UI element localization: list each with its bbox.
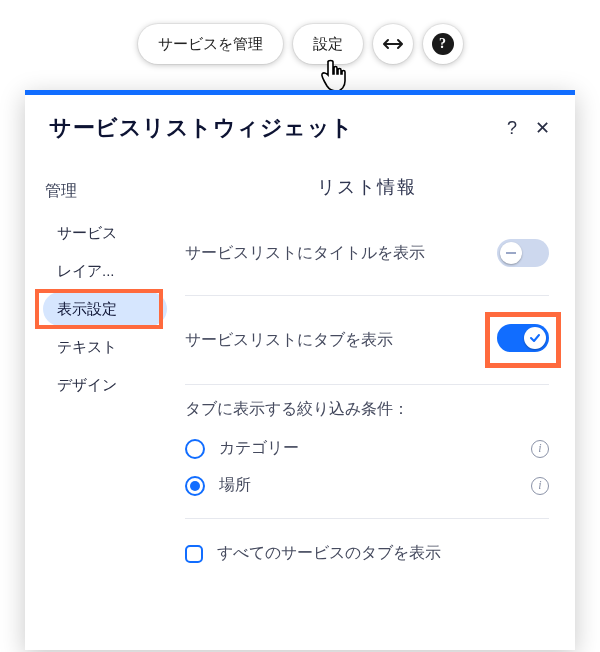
show-all-label: すべてのサービスのタブを表示 [217,543,441,564]
sidebar-item-layout[interactable]: レイア... [43,254,167,288]
radio-category[interactable] [185,439,205,459]
sidebar-item-label: レイア... [57,262,115,281]
show-tabs-label: サービスリストにタブを表示 [185,328,481,353]
sidebar-item-label: デザイン [57,376,117,395]
sidebar: 管理 サービス レイア... 表示設定 テキスト デザイン [25,161,175,650]
panel-header: サービスリストウィジェット ? ✕ [25,95,575,161]
manage-services-label: サービスを管理 [158,35,263,54]
sidebar-item-services[interactable]: サービス [43,216,167,250]
panel-title: サービスリストウィジェット [49,113,497,143]
filter-heading: タブに表示する絞り込み条件： [185,399,549,420]
settings-label: 設定 [313,35,343,54]
sidebar-item-display-settings[interactable]: 表示設定 [43,292,167,326]
radio-location[interactable] [185,476,205,496]
sidebar-item-label: サービス [57,224,117,243]
manage-services-button[interactable]: サービスを管理 [138,24,283,64]
settings-panel: サービスリストウィジェット ? ✕ 管理 サービス レイア... 表示設定 テキ… [25,90,575,650]
sidebar-item-text[interactable]: テキスト [43,330,167,364]
panel-help-button[interactable]: ? [497,118,527,139]
divider [185,518,549,519]
info-icon[interactable]: i [531,477,549,495]
help-icon: ? [432,33,454,55]
radio-location-label: 場所 [219,475,517,496]
show-title-label: サービスリストにタイトルを表示 [185,241,481,266]
sidebar-item-label: 表示設定 [57,300,117,319]
divider [185,384,549,385]
settings-button[interactable]: 設定 [293,24,363,64]
divider [185,295,549,296]
content-pane: リスト情報 サービスリストにタイトルを表示 サービスリストにタブを表示 [175,161,575,650]
show-all-checkbox[interactable] [185,545,203,563]
show-tabs-toggle[interactable] [497,324,549,352]
sidebar-item-design[interactable]: デザイン [43,368,167,402]
panel-close-button[interactable]: ✕ [527,117,557,139]
radio-category-label: カテゴリー [219,438,517,459]
toggle-knob-icon [500,242,522,264]
content-heading: リスト情報 [185,175,549,199]
stretch-icon [382,37,404,51]
help-button[interactable]: ? [423,24,463,64]
stretch-button[interactable] [373,24,413,64]
show-title-toggle[interactable] [497,239,549,267]
sidebar-heading: 管理 [45,181,167,202]
info-icon[interactable]: i [531,440,549,458]
toggle-knob-icon [524,327,546,349]
sidebar-item-label: テキスト [57,338,117,357]
